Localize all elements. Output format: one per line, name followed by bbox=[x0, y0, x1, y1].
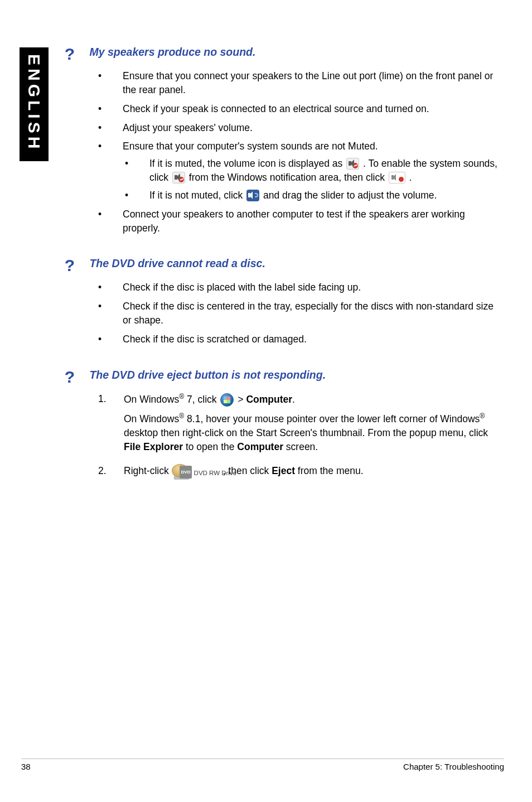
item-text: Right-click DVD DVD RW Drive , then clic… bbox=[124, 465, 364, 476]
speaker-muted-icon bbox=[346, 158, 359, 170]
item-text: Check if the disc is centered in the tra… bbox=[123, 301, 494, 326]
speaker-volume-icon bbox=[246, 190, 259, 201]
list-item: Connect your speakers to another compute… bbox=[96, 207, 502, 235]
faq-title: My speakers produce no sound. bbox=[89, 46, 255, 59]
faq-title: The DVD drive eject button is not respon… bbox=[89, 369, 326, 381]
t: 7, click bbox=[184, 394, 216, 405]
eject-label: Eject bbox=[272, 465, 295, 476]
t: > bbox=[235, 394, 243, 405]
t: from the menu. bbox=[295, 465, 364, 476]
t: On Windows bbox=[124, 394, 179, 405]
speaker-tray-muted-icon bbox=[389, 172, 405, 183]
item-text: If it is muted, the volume icon is displ… bbox=[149, 158, 342, 169]
page-content: ? My speakers produce no sound. Ensure t… bbox=[61, 46, 502, 503]
faq-heading: ? The DVD drive eject button is not resp… bbox=[61, 369, 502, 385]
reg-mark: ® bbox=[480, 413, 485, 421]
item-text: Adjust your speakers' volume. bbox=[123, 122, 253, 133]
t: On Windows bbox=[124, 413, 179, 424]
t: desktop then right-click on the Start Sc… bbox=[124, 427, 488, 438]
question-mark-icon: ? bbox=[61, 369, 75, 385]
numbered-list: 1. On Windows® 7, click > Computer. On W… bbox=[96, 392, 502, 481]
item-text: On Windows® 7, click > Computer. bbox=[124, 394, 295, 405]
list-item: Check if the disc is centered in the tra… bbox=[96, 299, 502, 327]
list-item: 2. Right-click DVD DVD RW Drive , then c… bbox=[96, 464, 502, 481]
item-text: and drag the slider to adjust the volume… bbox=[263, 190, 437, 201]
list-item: If it is muted, the volume icon is displ… bbox=[123, 157, 502, 185]
speaker-muted-icon bbox=[172, 172, 185, 183]
faq-section-dvd-read: ? The DVD drive cannot read a disc. Chec… bbox=[61, 257, 502, 346]
t: . bbox=[292, 394, 295, 405]
faq-heading: ? My speakers produce no sound. bbox=[61, 46, 502, 62]
list-item: If it is not muted, click and drag the s… bbox=[123, 189, 502, 202]
start-menu-icon bbox=[220, 393, 234, 407]
question-mark-icon: ? bbox=[61, 46, 75, 62]
faq-title: The DVD drive cannot read a disc. bbox=[89, 257, 265, 270]
t: Right-click bbox=[124, 465, 169, 476]
faq-heading: ? The DVD drive cannot read a disc. bbox=[61, 257, 502, 274]
computer-label: Computer bbox=[237, 441, 283, 452]
item-text: . bbox=[409, 172, 412, 183]
t: 8.1, hover your mouse pointer over the l… bbox=[184, 413, 480, 424]
list-item: 1. On Windows® 7, click > Computer. On W… bbox=[96, 392, 502, 454]
sub-bullet-list: If it is muted, the volume icon is displ… bbox=[123, 157, 502, 202]
language-tab: ENGLISH bbox=[20, 47, 49, 161]
list-item: Check if the disc is scratched or damage… bbox=[96, 332, 502, 346]
question-mark-icon: ? bbox=[61, 257, 75, 274]
list-item: Ensure that you connect your speakers to… bbox=[96, 69, 502, 97]
item-text: Check if the disc is scratched or damage… bbox=[123, 334, 307, 345]
t: to open the bbox=[183, 441, 237, 452]
item-text: Check if the disc is placed with the lab… bbox=[123, 282, 361, 293]
bullet-list: Check if the disc is placed with the lab… bbox=[96, 281, 502, 346]
item-text: from the Windows notification area, then… bbox=[189, 172, 385, 183]
dvd-badge: DVD bbox=[180, 466, 192, 479]
bullet-list: Ensure that you connect your speakers to… bbox=[96, 69, 502, 235]
list-item: Ensure that your computer's system sound… bbox=[96, 139, 502, 202]
drive-label: DVD RW Drive bbox=[194, 467, 236, 479]
faq-section-dvd-eject: ? The DVD drive eject button is not resp… bbox=[61, 369, 502, 481]
t: screen. bbox=[283, 441, 318, 452]
item-text: Check if your speak is connected to an e… bbox=[123, 103, 429, 114]
item-text: On Windows® 8.1, hover your mouse pointe… bbox=[124, 413, 488, 452]
list-item: Check if the disc is placed with the lab… bbox=[96, 281, 502, 294]
page-number: 38 bbox=[21, 762, 31, 771]
item-text: Ensure that you connect your speakers to… bbox=[123, 70, 493, 95]
page-footer: 38 Chapter 5: Troubleshooting bbox=[21, 758, 504, 771]
faq-section-speakers: ? My speakers produce no sound. Ensure t… bbox=[61, 46, 502, 235]
step-number: 2. bbox=[98, 464, 107, 478]
language-label: ENGLISH bbox=[25, 54, 43, 152]
item-text: If it is not muted, click bbox=[149, 190, 243, 201]
step-number: 1. bbox=[98, 392, 107, 406]
item-text: Ensure that your computer's system sound… bbox=[123, 141, 378, 152]
list-item: Check if your speak is connected to an e… bbox=[96, 102, 502, 116]
computer-label: Computer bbox=[246, 394, 292, 405]
dvd-drive-icon: DVD DVD RW Drive bbox=[172, 464, 223, 481]
chapter-title: Chapter 5: Troubleshooting bbox=[403, 762, 504, 771]
list-item: Adjust your speakers' volume. bbox=[96, 121, 502, 135]
reg-mark: ® bbox=[179, 393, 184, 400]
reg-mark: ® bbox=[179, 413, 184, 421]
file-explorer-label: File Explorer bbox=[124, 441, 183, 452]
item-text: Connect your speakers to another compute… bbox=[123, 209, 465, 234]
